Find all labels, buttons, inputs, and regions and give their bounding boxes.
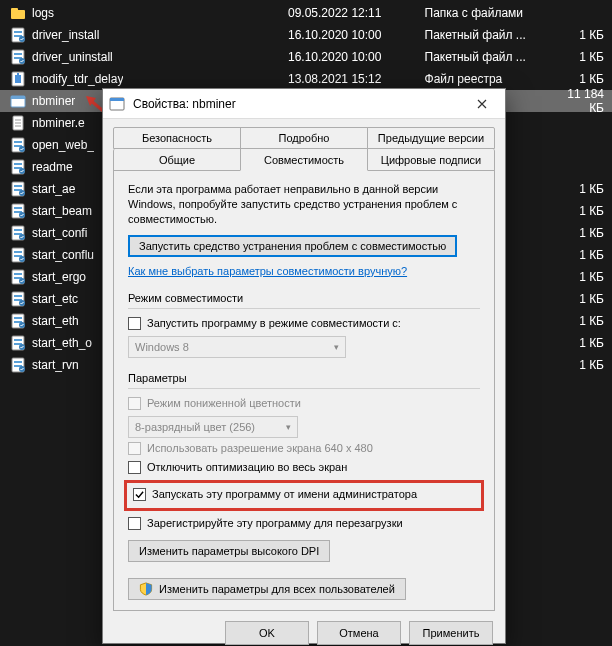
res640-checkbox: Использовать разрешение экрана 640 x 480 xyxy=(128,442,480,455)
properties-dialog: Свойства: nbminer БезопасностьПодробноПр… xyxy=(102,88,506,644)
chevron-down-icon: ▾ xyxy=(286,422,291,432)
bat-icon xyxy=(10,291,26,307)
file-type: Папка с файлами xyxy=(425,6,562,20)
file-date: 13.08.2021 15:12 xyxy=(288,72,425,86)
compat-mode-checkbox[interactable]: Запустить программу в режиме совместимос… xyxy=(128,317,480,330)
bat-icon xyxy=(10,357,26,373)
run-as-admin-label: Запускать эту программу от имени админис… xyxy=(152,488,417,500)
file-size: 1 КБ xyxy=(561,248,612,262)
tab-цифровые-подписи[interactable]: Цифровые подписи xyxy=(367,149,495,171)
file-name: readme xyxy=(32,160,73,174)
reg-icon xyxy=(10,71,26,87)
chevron-down-icon: ▾ xyxy=(334,342,339,352)
file-name: logs xyxy=(32,6,54,20)
tab-общие[interactable]: Общие xyxy=(113,149,241,171)
file-size: 1 КБ xyxy=(561,292,612,306)
file-name: start_eth xyxy=(32,314,79,328)
folder-icon xyxy=(10,5,26,21)
file-size: 1 КБ xyxy=(561,72,612,86)
bat-icon xyxy=(10,181,26,197)
tab-предыдущие-версии[interactable]: Предыдущие версии xyxy=(367,127,495,149)
file-size: 1 КБ xyxy=(561,204,612,218)
file-name: start_conflu xyxy=(32,248,94,262)
bat-icon xyxy=(10,247,26,263)
bat-icon xyxy=(10,27,26,43)
tab-panel-compatibility: Если эта программа работает неправильно … xyxy=(113,170,495,611)
shield-icon xyxy=(139,582,153,596)
reduced-color-checkbox: Режим пониженной цветности xyxy=(128,397,480,410)
file-name: start_rvn xyxy=(32,358,79,372)
compat-help-link[interactable]: Как мне выбрать параметры совместимости … xyxy=(128,265,407,277)
bat-icon xyxy=(10,225,26,241)
register-restart-label: Зарегистрируйте эту программу для переза… xyxy=(147,517,403,529)
ok-button[interactable]: OK xyxy=(225,621,309,645)
app-icon xyxy=(109,96,125,112)
change-dpi-button[interactable]: Изменить параметры высокого DPI xyxy=(128,540,330,562)
file-row[interactable]: driver_install16.10.2020 10:00Пакетный ф… xyxy=(0,24,612,46)
file-name: start_beam xyxy=(32,204,92,218)
file-row[interactable]: modify_tdr_delay13.08.2021 15:12Файл рее… xyxy=(0,68,612,90)
cancel-button[interactable]: Отмена xyxy=(317,621,401,645)
tab-безопасность[interactable]: Безопасность xyxy=(113,127,241,149)
dialog-button-bar: OK Отмена Применить xyxy=(103,611,505,646)
file-name: nbminer.e xyxy=(32,116,85,130)
bat-icon xyxy=(10,49,26,65)
compat-mode-checkbox-label: Запустить программу в режиме совместимос… xyxy=(147,317,401,329)
file-name: start_etc xyxy=(32,292,78,306)
file-name: start_eth_o xyxy=(32,336,92,350)
disable-fullscreen-opt-checkbox[interactable]: Отключить оптимизацию во весь экран xyxy=(128,461,480,474)
file-size: 1 КБ xyxy=(561,50,612,64)
file-row[interactable]: driver_uninstall16.10.2020 10:00Пакетный… xyxy=(0,46,612,68)
file-date: 09.05.2022 12:11 xyxy=(288,6,425,20)
file-type: Пакетный файл ... xyxy=(425,28,562,42)
file-size: 1 КБ xyxy=(561,182,612,196)
file-name: nbminer xyxy=(32,94,75,108)
file-date: 16.10.2020 10:00 xyxy=(288,50,425,64)
bat-icon xyxy=(10,269,26,285)
run-troubleshooter-button[interactable]: Запустить средство устранения проблем с … xyxy=(128,235,457,257)
file-size: 1 КБ xyxy=(561,336,612,350)
bat-icon xyxy=(10,159,26,175)
file-type: Файл реестра xyxy=(425,72,562,86)
file-type: Пакетный файл ... xyxy=(425,50,562,64)
tab-подробно[interactable]: Подробно xyxy=(240,127,368,149)
file-name: start_ergo xyxy=(32,270,86,284)
file-size: 1 КБ xyxy=(561,226,612,240)
apply-button[interactable]: Применить xyxy=(409,621,493,645)
file-name: start_confi xyxy=(32,226,87,240)
change-all-users-label: Изменить параметры для всех пользователе… xyxy=(159,583,395,595)
close-button[interactable] xyxy=(459,89,505,119)
compat-mode-title: Режим совместимости xyxy=(128,292,480,304)
file-row[interactable]: logs09.05.2022 12:11Папка с файлами xyxy=(0,2,612,24)
file-name: driver_uninstall xyxy=(32,50,113,64)
run-as-admin-checkbox[interactable]: Запускать эту программу от имени админис… xyxy=(133,488,475,501)
file-date: 16.10.2020 10:00 xyxy=(288,28,425,42)
file-size: 1 КБ xyxy=(561,270,612,284)
tab-совместимость[interactable]: Совместимость xyxy=(240,149,368,171)
register-restart-checkbox[interactable]: Зарегистрируйте эту программу для переза… xyxy=(128,517,480,530)
dialog-titlebar[interactable]: Свойства: nbminer xyxy=(103,89,505,119)
color-depth-select: 8-разрядный цвет (256) ▾ xyxy=(128,416,298,438)
file-name: start_ae xyxy=(32,182,75,196)
file-name: modify_tdr_delay xyxy=(32,72,123,86)
params-title: Параметры xyxy=(128,372,480,384)
file-name: open_web_ xyxy=(32,138,94,152)
disable-fullscreen-opt-label: Отключить оптимизацию во весь экран xyxy=(147,461,347,473)
bat-icon xyxy=(10,335,26,351)
reduced-color-label: Режим пониженной цветности xyxy=(147,397,301,409)
compat-mode-select: Windows 8 ▾ xyxy=(128,336,346,358)
compat-mode-select-value: Windows 8 xyxy=(135,341,189,353)
exe-icon xyxy=(10,93,26,109)
annotation-highlight-box: Запускать эту программу от имени админис… xyxy=(124,480,484,511)
file-size: 1 КБ xyxy=(561,314,612,328)
res640-label: Использовать разрешение экрана 640 x 480 xyxy=(147,442,373,454)
file-size: 1 КБ xyxy=(561,28,612,42)
bat-icon xyxy=(10,313,26,329)
file-size: 1 КБ xyxy=(561,358,612,372)
bat-icon xyxy=(10,137,26,153)
change-all-users-button[interactable]: Изменить параметры для всех пользователе… xyxy=(128,578,406,600)
file-size: 11 184 КБ xyxy=(561,87,612,115)
color-depth-value: 8-разрядный цвет (256) xyxy=(135,421,255,433)
close-icon xyxy=(475,97,489,111)
file-name: driver_install xyxy=(32,28,99,42)
